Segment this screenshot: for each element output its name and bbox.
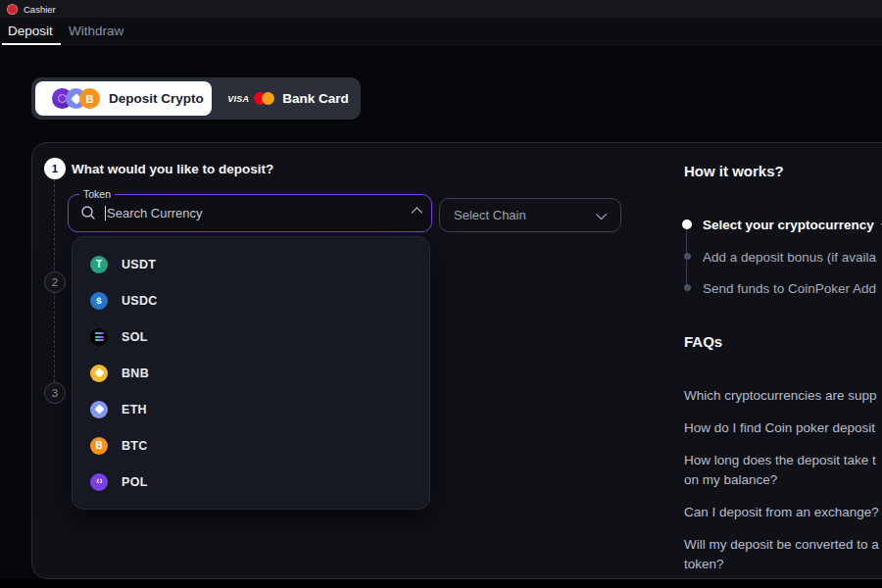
- timeline-dot-active: [682, 220, 692, 229]
- app-title: Cashier: [24, 4, 56, 15]
- token-option-pol[interactable]: POL: [73, 464, 429, 500]
- step-2-badge: 2: [44, 271, 66, 293]
- how-it-works-title: How it works?: [684, 163, 784, 179]
- token-option-usdt[interactable]: T USDT: [73, 246, 429, 282]
- faq-list: Which cryptocurrencies are supp How do I…: [684, 386, 882, 587]
- bank-card-label: Bank Card: [282, 91, 349, 106]
- coinpoker-logo-icon: [7, 4, 18, 15]
- pol-icon: [90, 473, 108, 491]
- faq-item-cryptos-supported[interactable]: Which cryptocurrencies are supp: [684, 386, 882, 406]
- hiw-step-bonus: Add a deposit bonus (if availa: [703, 250, 876, 265]
- faq-item-from-exchange[interactable]: Can I deposit from an exchange?: [684, 503, 882, 522]
- deposit-crypto-label: Deposit Crypto: [109, 91, 204, 106]
- token-field-label: Token: [79, 188, 115, 200]
- faqs-title: FAQs: [684, 333, 722, 350]
- usdt-icon: T: [90, 256, 108, 273]
- token-option-bnb[interactable]: BNB: [73, 355, 429, 391]
- token-option-sol[interactable]: SOL: [73, 318, 429, 355]
- eth-icon: [90, 401, 108, 418]
- faq-item-find-deposit[interactable]: How do I find Coin poker deposit: [684, 418, 882, 438]
- bottom-strip: [0, 579, 882, 588]
- sol-icon: [90, 328, 108, 346]
- step-3-badge: 3: [44, 382, 66, 404]
- deposit-method-toggle: B Deposit Crypto VISA Bank Card: [31, 77, 361, 120]
- step-1-question: What would you like to deposit?: [72, 162, 273, 176]
- visa-icon: VISA: [227, 94, 249, 104]
- btc-coin-icon: B: [79, 88, 100, 109]
- token-option-eth[interactable]: ETH: [73, 391, 429, 427]
- cashier-tabbar: Deposit Withdraw: [0, 18, 882, 45]
- usdc-icon: $: [90, 292, 108, 310]
- timeline-dot: [684, 253, 691, 260]
- faq-item-converted[interactable]: Will my deposit be converted to a token?: [684, 535, 882, 574]
- chain-select[interactable]: Select Chain: [439, 198, 621, 232]
- timeline-dot: [684, 284, 691, 291]
- tab-withdraw[interactable]: Withdraw: [69, 18, 123, 45]
- mastercard-icon: [254, 92, 274, 105]
- tab-deposit[interactable]: Deposit: [8, 18, 53, 45]
- token-search-field[interactable]: Token: [68, 188, 432, 232]
- step-1-badge: 1: [44, 158, 66, 179]
- token-option-usdc[interactable]: $ USDC: [73, 282, 429, 318]
- hiw-step-send-funds: Send funds to CoinPoker Add: [703, 281, 876, 296]
- window-titlebar: Cashier: [0, 0, 882, 18]
- bank-card-button[interactable]: VISA Bank Card: [216, 77, 361, 120]
- btc-icon: B: [90, 437, 108, 455]
- token-dropdown: T USDT $ USDC SOL BNB ETH B BTC: [72, 236, 430, 510]
- active-tab-underline: [2, 43, 61, 45]
- chevron-up-icon[interactable]: [412, 207, 422, 218]
- hiw-step-select-crypto[interactable]: Select your cryptocurrency: [703, 218, 882, 232]
- chain-select-placeholder: Select Chain: [454, 208, 599, 222]
- search-currency-input[interactable]: [106, 206, 412, 220]
- faq-item-deposit-time[interactable]: How long does the deposit take t on my b…: [684, 451, 882, 490]
- deposit-crypto-button[interactable]: B Deposit Crypto: [35, 81, 212, 116]
- token-option-btc[interactable]: B BTC: [73, 427, 429, 464]
- bnb-icon: [90, 365, 108, 382]
- search-icon: [80, 205, 96, 220]
